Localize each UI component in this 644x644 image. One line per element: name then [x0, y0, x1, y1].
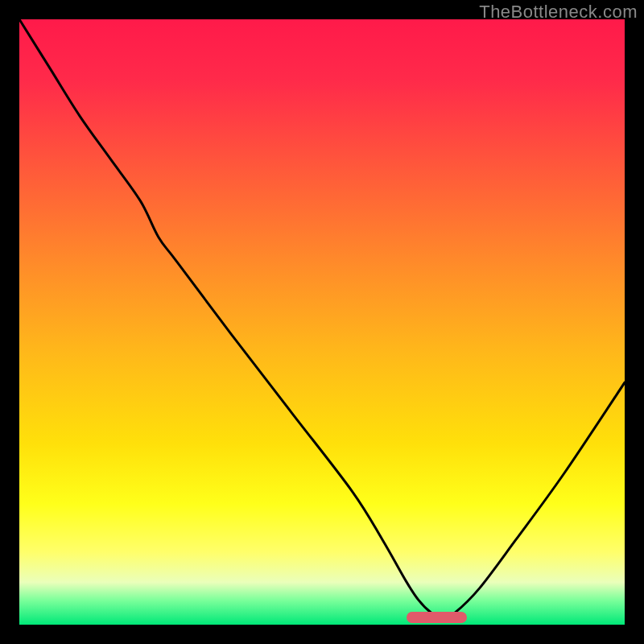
bottleneck-curve — [19, 19, 625, 625]
optimal-range-marker — [407, 612, 467, 623]
chart-plot-area — [19, 19, 625, 625]
watermark-text: TheBottleneck.com — [479, 2, 638, 23]
